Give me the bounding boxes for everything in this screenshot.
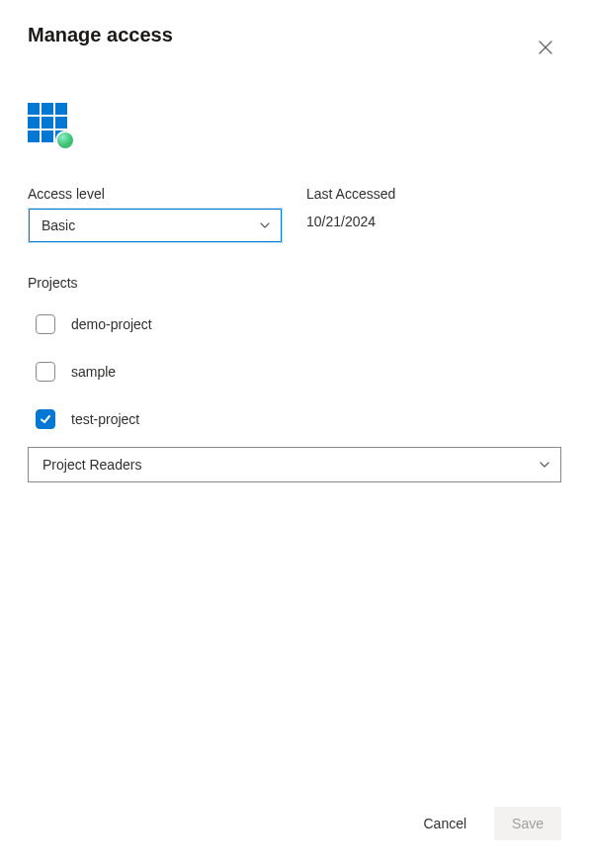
projects-label: Projects xyxy=(28,275,561,291)
cancel-button[interactable]: Cancel xyxy=(405,807,484,840)
dialog-title: Manage access xyxy=(28,24,173,46)
user-avatar xyxy=(28,103,71,146)
chevron-down-icon xyxy=(539,459,550,471)
manage-access-dialog: Manage access Access level Basic xyxy=(0,0,589,868)
access-level-select[interactable]: Basic xyxy=(28,208,283,243)
fields-row: Access level Basic Last Accessed 10/21/2… xyxy=(28,186,561,243)
project-checkbox[interactable] xyxy=(36,409,55,429)
project-name-label[interactable]: sample xyxy=(71,364,116,380)
close-button[interactable] xyxy=(530,32,561,63)
last-accessed-value: 10/21/2024 xyxy=(306,208,561,235)
last-accessed-field: Last Accessed 10/21/2024 xyxy=(306,186,561,243)
last-accessed-label: Last Accessed xyxy=(306,186,561,202)
project-checkbox[interactable] xyxy=(36,314,55,334)
dialog-footer: Cancel Save xyxy=(28,807,561,844)
project-list: demo-project sample test-project xyxy=(28,314,561,429)
access-level-field: Access level Basic xyxy=(28,186,283,243)
access-level-value: Basic xyxy=(42,217,75,233)
project-item: test-project xyxy=(36,409,561,429)
save-button[interactable]: Save xyxy=(494,807,561,840)
close-icon xyxy=(538,40,553,55)
checkmark-icon xyxy=(40,413,51,425)
dialog-header: Manage access xyxy=(28,24,561,63)
project-role-select[interactable]: Project Readers xyxy=(28,447,561,482)
project-role-value: Project Readers xyxy=(42,457,141,473)
chevron-down-icon xyxy=(259,219,271,231)
project-item: demo-project xyxy=(36,314,561,334)
globe-icon xyxy=(55,130,75,150)
project-name-label[interactable]: test-project xyxy=(71,411,139,427)
project-item: sample xyxy=(36,362,561,382)
project-checkbox[interactable] xyxy=(36,362,55,382)
project-name-label[interactable]: demo-project xyxy=(71,316,152,332)
access-level-label: Access level xyxy=(28,186,283,202)
